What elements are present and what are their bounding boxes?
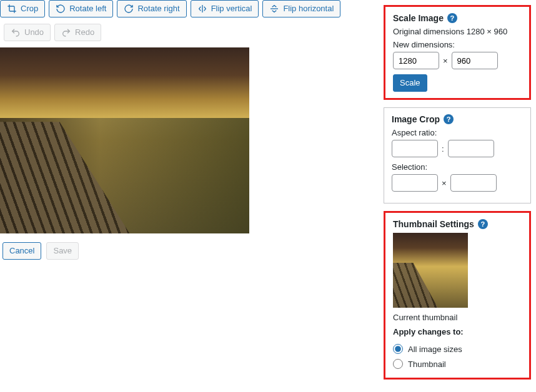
- rotate-right-label: Rotate right: [137, 3, 179, 14]
- scale-image-panel: Scale Image ? Original dimensions 1280 ×…: [384, 5, 531, 100]
- scale-image-title: Scale Image ?: [393, 13, 522, 23]
- selection-label: Selection:: [392, 162, 523, 172]
- selection-separator: ×: [442, 179, 447, 188]
- aspect-height-input[interactable]: [448, 140, 494, 157]
- cancel-label: Cancel: [9, 245, 34, 257]
- new-dimensions-label: New dimensions:: [393, 40, 522, 49]
- scale-button-label: Scale: [400, 77, 420, 89]
- apply-thumb-label: Thumbnail: [408, 360, 446, 369]
- image-crop-panel: Image Crop ? Aspect ratio: : Selection: …: [384, 107, 531, 203]
- help-icon[interactable]: ?: [478, 219, 488, 229]
- flip-horizontal-label: Flip horizontal: [283, 3, 334, 14]
- apply-thumb-radio[interactable]: [393, 359, 403, 369]
- aspect-ratio-label: Aspect ratio:: [392, 128, 523, 137]
- rotate-right-icon: [124, 4, 134, 14]
- scale-height-input[interactable]: [452, 52, 498, 69]
- editor-actions: Cancel Save: [0, 233, 384, 260]
- scale-button[interactable]: Scale: [393, 74, 427, 92]
- sidebar: Scale Image ? Original dimensions 1280 ×…: [384, 0, 536, 392]
- aspect-ratio-row: :: [392, 140, 523, 157]
- thumbnail-settings-title-text: Thumbnail Settings: [393, 219, 474, 229]
- crop-label: Crop: [21, 3, 38, 14]
- help-icon[interactable]: ?: [444, 114, 454, 124]
- rotate-left-button[interactable]: Rotate left: [49, 0, 113, 17]
- original-dimensions-text: Original dimensions 1280 × 960: [393, 27, 522, 36]
- apply-thumb-row[interactable]: Thumbnail: [393, 356, 522, 371]
- rotate-left-label: Rotate left: [69, 3, 106, 14]
- aspect-separator: :: [442, 144, 444, 154]
- flip-vertical-icon: [197, 4, 207, 14]
- new-dimensions-row: ×: [393, 52, 522, 69]
- flip-vertical-button[interactable]: Flip vertical: [191, 0, 259, 17]
- selection-height-input[interactable]: [450, 174, 497, 192]
- redo-label: Redo: [75, 27, 94, 38]
- flip-horizontal-button[interactable]: Flip horizontal: [262, 0, 340, 17]
- help-icon[interactable]: ?: [447, 13, 457, 23]
- current-thumbnail-caption: Current thumbnail: [393, 313, 522, 322]
- image-edit-toolbar: Crop Rotate left Rotate right Flip verti…: [0, 0, 384, 21]
- aspect-width-input[interactable]: [392, 140, 438, 157]
- save-button[interactable]: Save: [46, 242, 79, 260]
- undo-label: Undo: [24, 27, 44, 38]
- redo-button[interactable]: Redo: [54, 24, 101, 41]
- flip-vertical-label: Flip vertical: [211, 3, 252, 14]
- selection-width-input[interactable]: [392, 174, 438, 192]
- apply-all-radio[interactable]: [393, 344, 403, 354]
- thumbnail-settings-title: Thumbnail Settings ?: [393, 219, 522, 229]
- editor-main: Crop Rotate left Rotate right Flip verti…: [0, 0, 384, 392]
- selection-row: ×: [392, 174, 523, 192]
- thumbnail-settings-panel: Thumbnail Settings ? Current thumbnail A…: [384, 211, 531, 380]
- apply-all-row[interactable]: All image sizes: [393, 341, 522, 356]
- apply-all-label: All image sizes: [408, 345, 462, 354]
- rotate-right-button[interactable]: Rotate right: [117, 0, 186, 17]
- crop-icon: [7, 4, 17, 14]
- image-crop-title-text: Image Crop: [392, 114, 440, 124]
- dimension-separator: ×: [443, 56, 448, 66]
- scale-image-title-text: Scale Image: [393, 13, 444, 23]
- flip-horizontal-icon: [269, 4, 279, 14]
- save-label: Save: [53, 245, 72, 257]
- image-preview-container: [0, 47, 384, 233]
- thumbnail-preview: [393, 233, 468, 308]
- scale-width-input[interactable]: [393, 52, 439, 69]
- history-toolbar: Undo Redo: [0, 21, 384, 47]
- image-preview[interactable]: [0, 47, 249, 233]
- undo-button[interactable]: Undo: [4, 24, 51, 41]
- image-crop-title: Image Crop ?: [392, 114, 523, 124]
- rotate-left-icon: [56, 4, 66, 14]
- crop-button[interactable]: Crop: [0, 0, 45, 17]
- apply-changes-label: Apply changes to:: [393, 327, 522, 336]
- undo-icon: [11, 27, 21, 37]
- redo-icon: [61, 27, 71, 37]
- cancel-button[interactable]: Cancel: [2, 242, 41, 260]
